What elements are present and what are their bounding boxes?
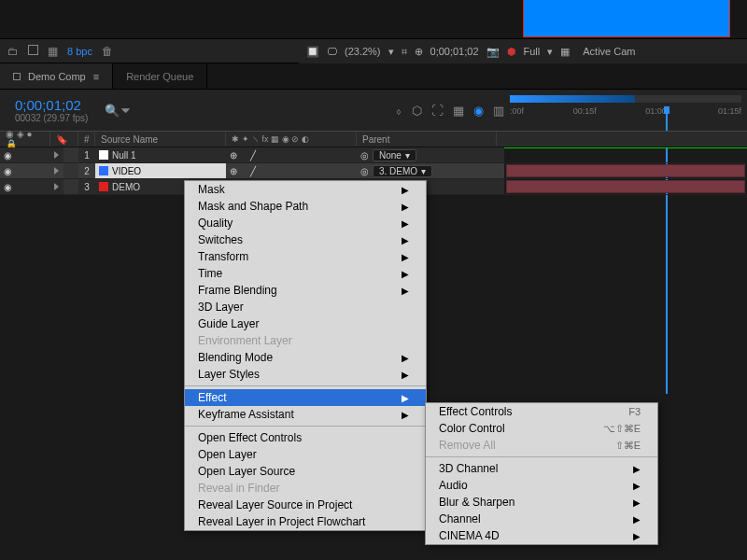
menu-item-label: 3D Channel <box>439 462 498 475</box>
crop-icon[interactable]: ⌗ <box>402 46 407 58</box>
current-timecode[interactable]: 0;00;01;02 00032 (29.97 fps) <box>0 97 88 123</box>
menu-item[interactable]: Guide Layer <box>185 315 426 332</box>
tab-demo-comp[interactable]: Demo Comp ≡ <box>0 63 113 89</box>
effect-submenu[interactable]: Effect ControlsF3Color Control⌥⇧⌘ERemove… <box>425 402 658 545</box>
menu-item[interactable]: Transform▶ <box>185 248 426 265</box>
zoom-value[interactable]: (23.2%) <box>345 46 381 57</box>
source-name-header[interactable]: Source Name <box>95 132 226 147</box>
parent-dropdown[interactable]: None▾ <box>373 149 416 161</box>
menu-item[interactable]: 3D Layer <box>185 299 426 315</box>
menu-item[interactable]: Color Control⌥⇧⌘E <box>426 420 657 437</box>
track-row[interactable] <box>504 163 747 179</box>
resolution-label[interactable]: Full <box>524 46 541 57</box>
folder-icon[interactable]: 🗀 <box>7 45 19 58</box>
menu-item[interactable]: Switches▶ <box>185 231 426 248</box>
shy-icon[interactable]: ⛶ <box>431 104 444 118</box>
track-row[interactable] <box>504 179 747 195</box>
menu-item[interactable]: Blur & Sharpen▶ <box>426 494 657 511</box>
draft3d-icon[interactable]: ⬡ <box>412 104 422 118</box>
video-toggle-icon[interactable]: ◉ <box>4 166 12 176</box>
menu-item[interactable]: Blending Mode▶ <box>185 349 426 366</box>
timeline-tracks[interactable] <box>504 147 747 195</box>
menu-item[interactable]: Mask▶ <box>185 181 426 198</box>
menu-item[interactable]: Effect▶ <box>185 389 426 406</box>
menu-item[interactable]: Audio▶ <box>426 477 657 494</box>
twirl-icon[interactable] <box>54 167 59 175</box>
time-navigator[interactable] <box>510 95 741 103</box>
twirl-icon[interactable] <box>54 183 59 190</box>
switch-icon[interactable]: ⊕ <box>230 150 237 161</box>
frame-blend-icon[interactable]: ▦ <box>453 104 464 118</box>
menu-item-label: Effect Controls <box>439 405 512 418</box>
comp-mini-flowchart-icon[interactable]: ⬨ <box>395 104 402 118</box>
magnify-icon[interactable]: 🔲 <box>306 46 319 58</box>
playhead[interactable] <box>661 106 672 121</box>
layer-name[interactable]: VIDEO <box>112 166 141 176</box>
menu-item[interactable]: Open Layer <box>185 446 426 463</box>
layer-context-menu[interactable]: Mask▶Mask and Shape Path▶Quality▶Switche… <box>184 180 427 531</box>
menu-item[interactable]: Keyframe Assistant▶ <box>185 406 426 423</box>
menu-item[interactable]: Reveal Layer in Project Flowchart <box>185 513 426 530</box>
menu-item[interactable]: Time▶ <box>185 265 426 282</box>
layer-color-chip <box>99 150 108 160</box>
reticle-icon[interactable]: ⊕ <box>415 46 423 58</box>
graph-editor-icon[interactable]: ▥ <box>493 104 504 118</box>
menu-item-label: Open Effect Controls <box>198 431 302 444</box>
layer-name[interactable]: Null 1 <box>112 150 136 161</box>
monitor-icon[interactable]: 🖵 <box>327 46 337 57</box>
trash-icon[interactable]: 🗑 <box>102 45 113 58</box>
switch-icon[interactable]: ╱ <box>250 150 256 161</box>
layer-name[interactable]: DEMO <box>112 182 140 192</box>
menu-item[interactable]: Frame Blending▶ <box>185 282 426 299</box>
track-row[interactable] <box>504 147 747 163</box>
menu-item[interactable]: Mask and Shape Path▶ <box>185 198 426 215</box>
bit-depth-label[interactable]: 8 bpc <box>67 46 92 57</box>
menu-item[interactable]: CINEMA 4D▶ <box>426 527 657 544</box>
time-ruler[interactable]: :00f 00:15f 01:00f 01:15f <box>504 90 747 131</box>
menu-item[interactable]: Open Layer Source <box>185 463 426 480</box>
view-options-icon[interactable]: ▦ <box>560 46 570 58</box>
menu-item-label: Mask <box>198 183 225 196</box>
search-icon[interactable]: 🔍⏷ <box>105 104 132 118</box>
menu-item[interactable]: Layer Styles▶ <box>185 366 426 383</box>
menu-item-label: Open Layer <box>198 448 257 461</box>
switch-icon[interactable]: ⊕ <box>230 166 237 176</box>
submenu-arrow-icon: ▶ <box>402 235 409 245</box>
tab-render-queue[interactable]: Render Queue <box>113 63 207 89</box>
tab-menu-icon[interactable]: ≡ <box>93 71 99 82</box>
twirl-icon[interactable] <box>54 151 59 159</box>
parent-dropdown[interactable]: 3. DEMO▾ <box>373 165 432 177</box>
layer-bar[interactable] <box>506 164 745 177</box>
menu-item[interactable]: Quality▶ <box>185 215 426 231</box>
label-color[interactable] <box>63 147 78 162</box>
motion-blur-icon[interactable]: ◉ <box>473 104 484 118</box>
layer-row[interactable]: ◉ 2 VIDEO ⊕╱ ◎3. DEMO▾ <box>0 163 504 179</box>
parent-header[interactable]: Parent <box>357 132 497 147</box>
menu-item[interactable]: Channel▶ <box>426 511 657 527</box>
video-toggle-icon[interactable]: ◉ <box>4 182 12 192</box>
project-settings-icon[interactable]: ▦ <box>48 45 58 58</box>
pickwhip-icon[interactable]: ◎ <box>360 166 369 176</box>
pickwhip-icon[interactable]: ◎ <box>360 150 369 161</box>
label-color[interactable] <box>63 163 78 178</box>
dropdown-icon[interactable]: ▾ <box>547 46 553 58</box>
menu-item[interactable]: Open Effect Controls <box>185 429 426 446</box>
new-comp-icon[interactable] <box>28 45 38 58</box>
channel-icon[interactable]: ⬢ <box>507 46 516 58</box>
submenu-arrow-icon: ▶ <box>402 218 409 229</box>
camera-label[interactable]: Active Cam <box>583 46 635 57</box>
menu-item[interactable]: Effect ControlsF3 <box>426 403 657 420</box>
menu-item[interactable]: 3D Channel▶ <box>426 460 657 477</box>
switch-icon[interactable]: ╱ <box>250 166 256 176</box>
layer-row[interactable]: ◉ 1 Null 1 ⊕╱ ◎None▾ <box>0 147 504 163</box>
menu-item[interactable]: Reveal Layer Source in Project <box>185 497 426 513</box>
dropdown-icon[interactable]: ▾ <box>388 46 394 58</box>
layer-index: 2 <box>78 163 95 178</box>
snapshot-icon[interactable]: 📷 <box>486 46 500 58</box>
label-color[interactable] <box>63 179 78 194</box>
viewer-timecode[interactable]: 0;00;01;02 <box>430 46 479 57</box>
tick-label: 00:15f <box>573 106 597 121</box>
layer-bar[interactable] <box>506 180 745 193</box>
layer-index: 3 <box>78 179 95 194</box>
video-toggle-icon[interactable]: ◉ <box>4 150 12 161</box>
